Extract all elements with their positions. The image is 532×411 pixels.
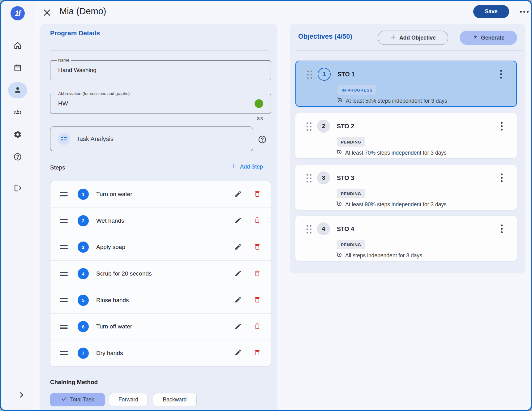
add-objective-button[interactable]: Add Objective — [378, 31, 448, 45]
sidebar-item-settings[interactable] — [8, 127, 27, 143]
objective-number-badge: 4 — [317, 222, 330, 235]
name-field[interactable]: Name Hand Washing — [50, 60, 271, 80]
sidebar-item-help[interactable] — [8, 149, 27, 165]
status-badge: IN PROGRESS — [337, 85, 376, 95]
step-label: Scrub for 20 seconds — [96, 270, 152, 277]
delete-step-button[interactable] — [253, 349, 262, 358]
step-label: Rinse hands — [96, 297, 129, 304]
drag-dots-icon[interactable] — [307, 122, 312, 131]
delete-step-button[interactable] — [253, 242, 262, 252]
objective-description: At least 90% steps independent for 3 day… — [345, 201, 447, 208]
step-row: 4 Scrub for 20 seconds — [50, 261, 271, 287]
objective-card-sto-2[interactable]: 2 STO 2 PENDING At least 70% steps indep… — [295, 113, 517, 158]
step-label: Turn on water — [96, 191, 132, 198]
objective-description: All steps independent for 3 days — [345, 252, 422, 259]
objective-menu-button[interactable] — [498, 172, 506, 183]
objective-menu-button[interactable] — [497, 69, 505, 80]
step-label: Apply soap — [96, 244, 125, 250]
objective-menu-button[interactable] — [498, 223, 506, 234]
edit-step-button[interactable] — [234, 216, 243, 225]
delete-step-button[interactable] — [253, 216, 262, 225]
objective-number-badge: 3 — [317, 171, 330, 184]
drag-dots-icon[interactable] — [307, 225, 312, 233]
sidebar-item-groups[interactable] — [8, 105, 27, 121]
edit-step-button[interactable] — [234, 296, 243, 305]
target-icon — [336, 149, 342, 157]
chaining-option-total-task[interactable]: Total Task — [50, 393, 105, 406]
edit-step-button[interactable] — [234, 190, 243, 199]
add-objective-label: Add Objective — [399, 35, 436, 41]
sidebar-item-logout[interactable] — [8, 180, 27, 196]
abbreviation-field[interactable]: Abbreviation (for sessions and graphs) H… — [50, 94, 271, 113]
step-number-badge: 6 — [78, 321, 89, 332]
drag-handle-icon[interactable] — [60, 298, 68, 302]
drag-dots-icon[interactable] — [307, 71, 312, 79]
chaining-option-label: Forward — [118, 396, 138, 403]
objective-card-sto-1[interactable]: 1 STO 1 IN PROGRESS At least 50% steps i… — [295, 61, 517, 107]
sidebar-item-home[interactable] — [8, 38, 27, 54]
sidebar-item-clients[interactable] — [8, 82, 27, 98]
step-number-badge: 3 — [78, 242, 89, 253]
close-button[interactable] — [42, 8, 52, 17]
abbreviation-color-dot[interactable] — [255, 99, 263, 108]
sidebar-item-calendar[interactable] — [8, 60, 27, 76]
objective-card-sto-3[interactable]: 3 STO 3 PENDING At least 90% steps indep… — [295, 165, 517, 210]
dot — [527, 11, 529, 13]
drag-handle-icon[interactable] — [60, 272, 68, 276]
target-icon — [336, 200, 342, 208]
chaining-option-backward[interactable]: Backward — [153, 393, 197, 406]
delete-step-button[interactable] — [253, 322, 262, 331]
objective-number-badge: 2 — [317, 120, 330, 133]
name-field-label: Name — [57, 58, 71, 62]
app-logo: 1f — [11, 6, 25, 20]
drag-handle-icon[interactable] — [60, 325, 68, 329]
person-icon — [13, 86, 22, 95]
sidebar-expand-chevron[interactable] — [17, 391, 25, 400]
type-help-button[interactable] — [258, 135, 267, 144]
step-row: 7 Dry hands — [50, 340, 271, 366]
step-number-badge: 7 — [78, 348, 89, 359]
delete-step-button[interactable] — [253, 296, 262, 305]
objective-menu-button[interactable] — [498, 121, 506, 132]
program-type-select[interactable]: Task Analysis — [50, 126, 253, 151]
drag-handle-icon[interactable] — [60, 192, 68, 196]
save-button[interactable]: Save — [473, 5, 509, 18]
steps-title: Steps — [50, 164, 65, 171]
sidebar-divider — [8, 174, 27, 174]
more-options-button[interactable] — [519, 9, 530, 15]
step-number-badge: 1 — [78, 189, 89, 200]
edit-step-button[interactable] — [234, 242, 243, 252]
step-number-badge: 5 — [78, 295, 89, 306]
page-title: Mia (Demo) — [59, 6, 106, 16]
step-row: 6 Turn off water — [50, 314, 271, 340]
objective-description: At least 50% steps independent for 3 day… — [346, 98, 447, 104]
objective-card-sto-4[interactable]: 4 STO 4 PENDING All steps independent fo… — [295, 216, 517, 261]
gear-icon — [13, 130, 22, 140]
edit-step-button[interactable] — [234, 322, 243, 331]
add-step-button[interactable]: Add Step — [231, 163, 263, 171]
abbreviation-counter: 2/3 — [257, 116, 263, 121]
drag-handle-icon[interactable] — [60, 219, 68, 223]
objectives-title: Objectives (4/50) — [298, 32, 352, 41]
delete-step-button[interactable] — [253, 269, 262, 278]
drag-handle-icon[interactable] — [60, 351, 68, 355]
delete-step-button[interactable] — [253, 190, 262, 199]
program-details-title: Program Details — [50, 29, 100, 37]
chaining-option-forward[interactable]: Forward — [109, 393, 148, 406]
objective-description: At least 70% steps independent for 3 day… — [345, 150, 447, 156]
status-badge: PENDING — [337, 240, 365, 249]
generate-button[interactable]: Generate — [460, 31, 517, 45]
task-analysis-icon — [58, 133, 70, 145]
drag-dots-icon[interactable] — [307, 174, 312, 182]
step-label: Wet hands — [96, 217, 124, 224]
edit-step-button[interactable] — [234, 269, 243, 278]
sidebar: 1f — [1, 1, 34, 410]
abbreviation-field-value: HW — [58, 100, 68, 107]
check-icon — [61, 396, 67, 404]
status-badge: PENDING — [337, 189, 365, 198]
chaining-option-label: Backward — [163, 396, 187, 403]
chevron-right-icon — [17, 395, 25, 400]
objective-title: STO 4 — [337, 225, 354, 233]
edit-step-button[interactable] — [234, 349, 243, 358]
drag-handle-icon[interactable] — [60, 245, 68, 249]
